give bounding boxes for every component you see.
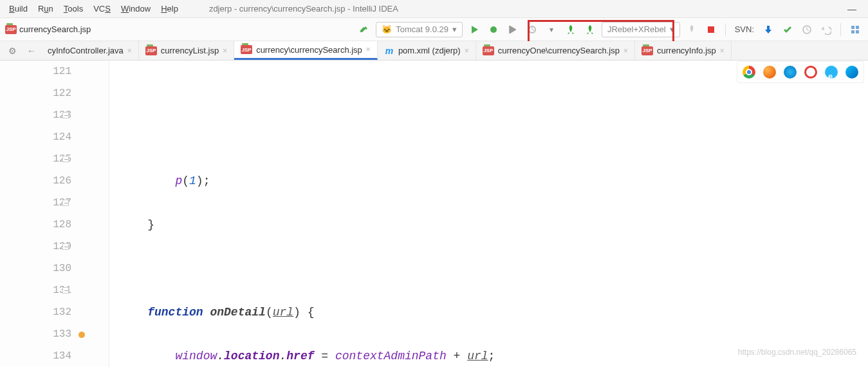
line-number: 127 <box>0 192 71 214</box>
line-number: 123 <box>0 104 71 126</box>
vcs-revert-button[interactable] <box>818 22 834 37</box>
line-number: 121 <box>0 61 71 82</box>
vcs-history-button[interactable] <box>799 22 815 37</box>
jrebel-config-label: JRebel+XRebel <box>607 24 666 34</box>
run-coverage-button[interactable] <box>505 22 521 37</box>
svg-rect-6 <box>856 30 859 33</box>
tab-label: currencyList.jsp <box>161 46 219 55</box>
menu-help[interactable]: Help <box>156 3 183 15</box>
menu-window[interactable]: Window <box>116 3 156 15</box>
svn-label: SVN: <box>732 24 757 34</box>
fold-icon[interactable] <box>62 243 69 250</box>
opera-icon[interactable] <box>804 66 817 79</box>
maven-file-icon: m <box>384 46 394 56</box>
firefox-icon[interactable] <box>763 66 776 79</box>
stop-button[interactable] <box>703 22 719 37</box>
jsp-file-icon: JSP <box>241 45 252 54</box>
ie-icon[interactable] <box>825 66 838 79</box>
toolbar-separator <box>840 23 841 36</box>
line-number: 124 <box>0 126 71 148</box>
jrebel-rocket-button-1[interactable] <box>563 22 578 37</box>
jsp-file-icon: JSP <box>5 25 17 34</box>
tab-label: pom.xml (zdjerp) <box>398 46 461 55</box>
line-number: 128 <box>0 214 71 236</box>
attach-button[interactable]: ▾ <box>544 22 559 37</box>
tab-label: cyInfoController.java <box>48 46 124 55</box>
menu-bar: Build Run Tools VCS Window Help zdjerp -… <box>0 0 868 18</box>
close-tab-icon[interactable]: × <box>720 46 725 55</box>
fold-icon[interactable] <box>62 156 69 162</box>
svg-rect-5 <box>851 30 854 33</box>
jrebel-config-selector[interactable]: JRebel+XRebel ▾ <box>602 22 680 37</box>
jrebel-rocket-button-2[interactable] <box>582 22 598 37</box>
window-title: zdjerp - currency\currencySearch.jsp - I… <box>183 4 847 14</box>
svg-rect-3 <box>851 26 854 29</box>
run-config-label: Tomcat 9.0.29 <box>396 24 448 34</box>
line-number: 131 <box>0 279 71 301</box>
line-number: 132 <box>0 301 71 323</box>
code-line <box>109 258 868 279</box>
tab-currencyinfo[interactable]: JSP currencyInfo.jsp × <box>635 41 732 60</box>
breadcrumb-file: currencySearch.jsp <box>19 24 91 34</box>
tab-currencylist[interactable]: JSP currencyList.jsp × <box>139 41 234 60</box>
line-number: 129 <box>0 236 71 258</box>
minimize-button[interactable]: — <box>847 4 856 14</box>
watermark-text: https://blog.csdn.net/qq_20286065 <box>738 341 856 363</box>
chrome-icon[interactable] <box>743 66 755 79</box>
line-number: 134 <box>0 345 71 367</box>
vcs-update-button[interactable] <box>761 22 776 37</box>
line-number: 126 <box>0 170 71 192</box>
close-tab-icon[interactable]: × <box>127 46 132 55</box>
code-line: p(1); <box>109 170 868 192</box>
run-button[interactable] <box>466 22 482 37</box>
line-number: 130 <box>0 258 71 279</box>
toolbar: JSP currencySearch.jsp 🐱 Tomcat 9.0.29 ▾… <box>0 18 868 41</box>
menu-tools[interactable]: Tools <box>59 3 88 15</box>
menu-vcs[interactable]: VCS <box>88 3 116 15</box>
open-in-browser-panel <box>737 61 864 83</box>
fold-icon[interactable] <box>62 112 69 118</box>
tabs-settings-icon[interactable]: ⚙ <box>3 41 22 60</box>
edge-icon[interactable] <box>845 66 858 79</box>
code-line <box>109 126 868 148</box>
tomcat-icon: 🐱 <box>382 24 392 34</box>
menu-build[interactable]: Build <box>4 3 33 15</box>
toolbar-separator <box>725 23 726 36</box>
editor-tabs: ⚙ ← cyInfoController.java × JSP currency… <box>0 41 868 61</box>
code-area[interactable]: p(1); } function onDetail(url) { window.… <box>109 61 868 367</box>
run-config-selector[interactable]: 🐱 Tomcat 9.0.29 ▾ <box>376 22 463 37</box>
chevron-down-icon: ▾ <box>452 24 457 34</box>
tab-label: currency\currencySearch.jsp <box>256 45 362 55</box>
close-tab-icon[interactable]: × <box>223 46 227 55</box>
jsp-file-icon: JSP <box>642 46 653 55</box>
safari-icon[interactable] <box>784 66 797 79</box>
svg-rect-1 <box>708 26 714 33</box>
editor-gutter[interactable]: 121 122 123 124 125 126 127 128 129 130 … <box>0 61 109 367</box>
tab-cyinfocontroller[interactable]: cyInfoController.java × <box>41 41 139 60</box>
tab-label: currencyOne\currencySearch.jsp <box>498 46 620 55</box>
vcs-commit-button[interactable] <box>780 22 795 37</box>
build-hammer-icon[interactable] <box>356 22 372 37</box>
fold-icon[interactable] <box>62 200 69 206</box>
code-line: function onDetail(url) { <box>109 301 868 323</box>
chevron-down-icon: ▾ <box>670 24 674 34</box>
code-editor[interactable]: 121 122 123 124 125 126 127 128 129 130 … <box>0 61 868 367</box>
svg-rect-4 <box>856 26 859 29</box>
close-tab-icon[interactable]: × <box>465 46 469 55</box>
menu-run[interactable]: Run <box>33 3 59 15</box>
code-line: } <box>109 214 868 236</box>
debug-button[interactable] <box>486 22 501 37</box>
profile-button[interactable] <box>524 22 540 37</box>
fold-icon[interactable] <box>62 287 69 294</box>
jsp-file-icon: JSP <box>483 46 494 55</box>
search-everywhere-button[interactable] <box>847 22 863 37</box>
tab-pomxml[interactable]: m pom.xml (zdjerp) × <box>378 41 476 60</box>
breadcrumb[interactable]: JSP currencySearch.jsp <box>5 24 91 34</box>
tab-currencysearch-active[interactable]: JSP currency\currencySearch.jsp × <box>234 41 378 60</box>
close-tab-icon[interactable]: × <box>623 46 628 55</box>
close-tab-icon[interactable]: × <box>366 45 371 54</box>
tabs-scroll-left-icon[interactable]: ← <box>22 41 41 60</box>
jsp-file-icon: JSP <box>145 46 157 55</box>
tab-currencyone-search[interactable]: JSP currencyOne\currencySearch.jsp × <box>476 41 635 60</box>
line-number: 125 <box>0 148 71 170</box>
